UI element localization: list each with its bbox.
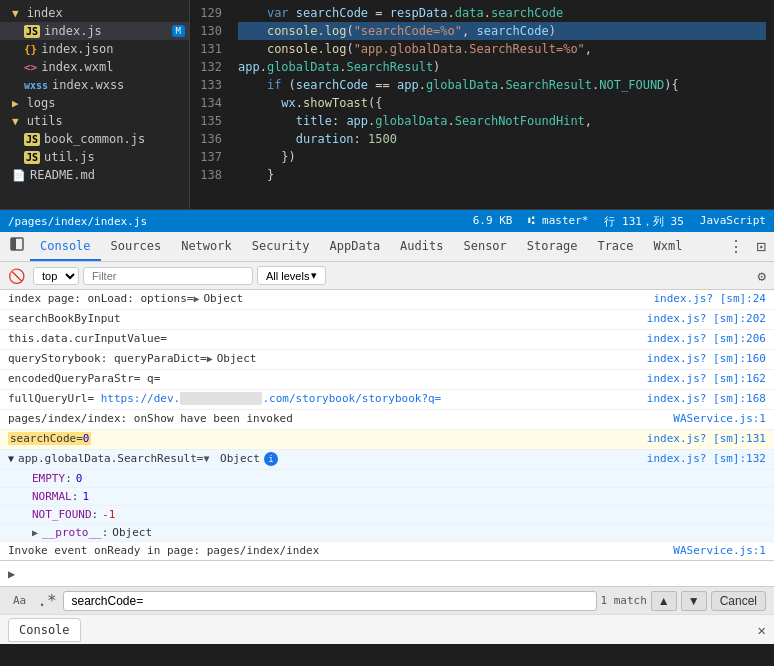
log-row-6: fullQueryUrl= https://dev. .com/storyboo… [0, 390, 774, 410]
tree-item-index-js[interactable]: JS index.js M [0, 22, 189, 40]
file-path: /pages/index/index.js [8, 215, 473, 228]
cursor-position: 行 131，列 35 [604, 214, 683, 229]
filter-input[interactable] [83, 267, 253, 285]
tab-network[interactable]: Network [171, 233, 242, 261]
more-icon[interactable]: ⋮ [724, 235, 748, 258]
log-row-9-expanded: ▼app.globalData.SearchResult=▼ Objecti i… [0, 450, 774, 470]
log-message: pages/index/index: onShow have been invo… [8, 412, 665, 425]
tree-item-index-wxss[interactable]: wxss index.wxss [0, 76, 189, 94]
devtools-end-controls: ⋮ ⊡ [724, 235, 770, 258]
log-message: encodedQueryParaStr= q= [8, 372, 639, 385]
js-icon: JS [24, 151, 40, 164]
log-source[interactable]: index.js? [sm]:162 [647, 372, 766, 385]
log-source[interactable]: index.js? [sm]:202 [647, 312, 766, 325]
tab-storage[interactable]: Storage [517, 233, 588, 261]
tree-item-book-common[interactable]: JS book_common.js [0, 130, 189, 148]
prop-val: 1 [82, 490, 89, 503]
log-message: this.data.curInputValue= [8, 332, 639, 345]
log-source[interactable]: index.js? [sm]:206 [647, 332, 766, 345]
code-line-133: if (searchCode == app.globalData.SearchR… [238, 76, 766, 94]
code-line-137: }) [238, 148, 766, 166]
tab-sensor[interactable]: Sensor [453, 233, 516, 261]
log-row-3: this.data.curInputValue= index.js? [sm]:… [0, 330, 774, 350]
log-row-1: index page: onLoad: options=▶Object inde… [0, 290, 774, 310]
tree-item-utils-folder[interactable]: ▼ utils [0, 112, 189, 130]
prop-val: 0 [76, 472, 83, 485]
console-settings-icon[interactable]: ⚙ [754, 266, 770, 286]
prop-key: NOT_FOUND [32, 508, 92, 521]
code-line-132b: app.globalData.SearchResult) [238, 58, 766, 76]
tab-audits[interactable]: Audits [390, 233, 453, 261]
info-badge: i [264, 452, 278, 466]
prop-key: NORMAL [32, 490, 72, 503]
case-sensitive-button[interactable]: Aa [8, 591, 31, 610]
folder-open-icon: ▼ [12, 7, 19, 20]
log-message: queryStorybook: queryParaDict=▶Object [8, 352, 639, 365]
tree-item-util-js[interactable]: JS util.js [0, 148, 189, 166]
tab-trace[interactable]: Trace [587, 233, 643, 261]
xml-icon: <> [24, 61, 37, 74]
tree-item-index-wxml[interactable]: <> index.wxml [0, 58, 189, 76]
tree-item-label: index [27, 6, 63, 20]
log-source[interactable]: index.js? [sm]:132 [647, 452, 766, 465]
bottom-tab-console[interactable]: Console [8, 618, 81, 642]
tree-item-label: index.wxss [52, 78, 124, 92]
tree-item-readme[interactable]: 📄 README.md [0, 166, 189, 184]
chevron-down-icon: ▾ [311, 269, 317, 282]
wxss-icon: wxss [24, 80, 48, 91]
json-icon: {} [24, 43, 37, 56]
log-level-button[interactable]: All levels ▾ [257, 266, 326, 285]
code-line-130: var searchCode = respData.data.searchCod… [238, 4, 766, 22]
tree-item-label: index.json [41, 42, 113, 56]
tab-wxml[interactable]: Wxml [644, 233, 693, 261]
code-line-138: } [238, 166, 766, 184]
status-info: 6.9 KB ⑆ master* 行 131，列 35 JavaScript [473, 214, 766, 229]
tab-toggle-icon[interactable] [4, 233, 30, 260]
code-editor: 129 130 131 132 133 134 135 136 137 138 … [190, 0, 774, 209]
regex-button[interactable]: .* [35, 589, 58, 612]
log-message: searchCode=0 [8, 432, 639, 445]
tab-console[interactable]: Console [30, 233, 101, 261]
clear-console-button[interactable]: 🚫 [4, 266, 29, 286]
prop-val: -1 [102, 508, 115, 521]
triangle-right-icon[interactable]: ▶ [32, 527, 38, 538]
close-devtools-button[interactable]: ✕ [758, 622, 766, 638]
js-icon: JS [24, 25, 40, 38]
tree-item-label: logs [27, 96, 56, 110]
search-input[interactable] [63, 591, 597, 611]
log-source[interactable]: index.js? [sm]:24 [653, 292, 766, 305]
search-cancel-button[interactable]: Cancel [711, 591, 766, 611]
dock-icon[interactable]: ⊡ [752, 235, 770, 258]
tree-item-label: index.js [44, 24, 102, 38]
js-icon: JS [24, 133, 40, 146]
console-input-area: ▶ [0, 560, 774, 586]
tab-sources[interactable]: Sources [101, 233, 172, 261]
log-source[interactable]: index.js? [sm]:160 [647, 352, 766, 365]
file-tree: ▼ index JS index.js M {} index.json <> i… [0, 0, 190, 209]
expanded-prop-normal: NORMAL: 1 [0, 488, 774, 506]
tab-security[interactable]: Security [242, 233, 320, 261]
tree-item-index-json[interactable]: {} index.json [0, 40, 189, 58]
search-bar: Aa .* 1 match ▲ ▼ Cancel [0, 586, 774, 614]
log-source[interactable]: index.js? [sm]:168 [647, 392, 766, 405]
console-prompt-icon: ▶ [8, 567, 15, 581]
tree-item-logs-folder[interactable]: ▶ logs [0, 94, 189, 112]
log-row-10: Invoke event onReady in page: pages/inde… [0, 542, 774, 560]
devtools-tab-bar: Console Sources Network Security AppData… [0, 232, 774, 262]
tree-item-index-folder[interactable]: ▼ index [0, 4, 189, 22]
log-message: index page: onLoad: options=▶Object [8, 292, 645, 305]
log-row-2: searchBookByInput index.js? [sm]:202 [0, 310, 774, 330]
log-source[interactable]: index.js? [sm]:131 [647, 432, 766, 445]
context-select[interactable]: top [33, 267, 79, 285]
search-next-button[interactable]: ▼ [681, 591, 707, 611]
search-prev-button[interactable]: ▲ [651, 591, 677, 611]
expanded-prop-empty: EMPTY: 0 [0, 470, 774, 488]
console-log-area: index page: onLoad: options=▶Object inde… [0, 290, 774, 560]
log-message: fullQueryUrl= https://dev. .com/storyboo… [8, 392, 639, 405]
log-row-8-highlight: searchCode=0 index.js? [sm]:131 [0, 430, 774, 450]
log-source[interactable]: WAService.js:1 [673, 412, 766, 425]
log-source[interactable]: WAService.js:1 [673, 544, 766, 557]
tab-appdata[interactable]: AppData [320, 233, 391, 261]
code-line-131: console.log("searchCode=%o", searchCode) [238, 22, 766, 40]
tree-item-label: index.wxml [41, 60, 113, 74]
